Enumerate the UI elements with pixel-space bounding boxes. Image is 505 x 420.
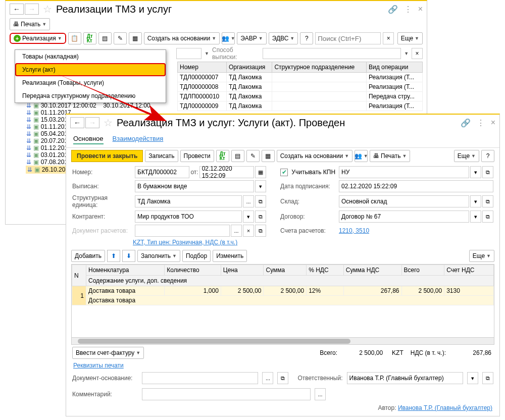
items-table-wrap: N Номенклатура Количество Цена Сумма % Н… <box>71 264 494 345</box>
move-down-button[interactable]: ⬇ <box>122 250 135 262</box>
filter-method-input[interactable] <box>263 48 401 59</box>
nav-back-button[interactable]: ← <box>70 117 84 128</box>
move-up-button[interactable]: ⬆ <box>107 250 120 262</box>
doc-toolbar: Провести и закрыть Записать Провести ДтК… <box>66 148 499 164</box>
help-button[interactable]: ? <box>481 150 494 162</box>
post-button[interactable]: Провести <box>180 150 214 162</box>
pricetype-link[interactable]: KZT, Тип цен: Розничная, НДС (в т.ч.) <box>133 239 237 246</box>
tab-main[interactable]: Основное <box>73 134 104 144</box>
kebab-icon[interactable]: ⋮ <box>404 5 412 14</box>
totals-row: Ввести счет-фактуру▼ Всего: 2 500,00 KZT… <box>66 345 499 361</box>
print-button[interactable]: 🖶 Печать▼ <box>370 150 410 162</box>
favorite-icon[interactable]: ☆ <box>104 117 113 129</box>
tab-interactions[interactable]: Взаимодействия <box>113 134 164 144</box>
write-button[interactable]: Записать <box>145 150 178 162</box>
highlight-button[interactable]: ✎ <box>246 150 260 162</box>
comment-field[interactable] <box>142 388 311 400</box>
dropdown-icon[interactable]: ▾ <box>470 166 481 178</box>
date-field[interactable]: 02.12.2020 15:22:09 <box>199 166 254 178</box>
kpn-checkbox[interactable]: ✔ <box>280 169 288 176</box>
change-button[interactable]: Изменить <box>213 250 247 262</box>
more-button[interactable]: Еще▼ <box>397 32 423 44</box>
nav-forward-button[interactable]: → <box>25 4 39 15</box>
realize-button[interactable]: + Реализация ▼ <box>10 33 66 44</box>
accounts-link[interactable]: 1210, 3510 <box>339 227 369 234</box>
table-row[interactable]: ТДЛ00000008ТД ЛакомкаРеализация (Т... <box>178 82 423 92</box>
struct-button[interactable]: ▦ <box>262 150 275 162</box>
main-toolbar: + Реализация ▼ 📋 ДтКт ▤ ✎ ▦ Создать на о… <box>6 31 427 45</box>
post-and-close-button[interactable]: Провести и закрыть <box>71 150 143 162</box>
fill-button[interactable]: Заполнить▼ <box>137 250 180 262</box>
close-icon[interactable]: × <box>418 5 423 14</box>
signdate-field[interactable]: 02.12.2020 15:22:09 <box>339 180 493 192</box>
link-icon[interactable]: 🔗 <box>388 5 398 14</box>
author-line: Автор: Иванова Т.Р. (Главный бухгалтер) <box>66 402 499 413</box>
print-button[interactable]: 🖶 Печать ▼ <box>10 18 50 30</box>
table-row[interactable]: 1 Доставка товара 1,000 2 500,00 2 500,0… <box>72 286 494 296</box>
calendar-icon[interactable]: ▦ <box>255 166 266 178</box>
create-invoice-button[interactable]: Ввести счет-фактуру▼ <box>72 347 144 359</box>
favorite-icon[interactable]: ☆ <box>43 3 52 15</box>
total-value: 2 500,00 <box>344 349 385 356</box>
highlight-button[interactable]: ✎ <box>114 32 127 44</box>
nav-forward-button[interactable]: → <box>85 117 99 128</box>
report-button[interactable]: ▤ <box>98 32 112 44</box>
vat-value: 267,86 <box>453 349 493 356</box>
link-icon[interactable]: 🔗 <box>461 118 471 128</box>
create-based-button[interactable]: Создать на основании▼ <box>144 32 220 44</box>
sub-more-button[interactable]: Еще▼ <box>469 250 494 262</box>
table-row[interactable]: ТДЛП0000010ТД ЛакомкаПередача стру... <box>178 92 423 101</box>
open-icon[interactable]: ⧉ <box>482 166 493 178</box>
struct-button[interactable]: ▦ <box>129 32 142 44</box>
dtk-button[interactable]: ДтКт <box>216 150 229 162</box>
list-item[interactable]: ⇊ ▣ 30.10.2017 12:00:02 30.10.2017 12:00 <box>26 102 150 109</box>
users-button[interactable]: 👥▼ <box>355 150 368 162</box>
col-number[interactable]: Номер <box>178 62 227 73</box>
issued-field[interactable]: В бумажном виде <box>135 180 254 192</box>
close-icon[interactable]: × <box>491 118 495 128</box>
menu-item-transfer[interactable]: Передача структурному подразделению <box>15 89 166 102</box>
kpn-field[interactable]: НУ <box>339 166 469 178</box>
eavr-button[interactable]: ЭАВР▼ <box>237 32 267 44</box>
doc-tabs: Основное Взаимодействия <box>66 131 499 148</box>
table-row[interactable]: ТДЛ00000009ТД ЛакомкаРеализация (Т... <box>178 101 423 111</box>
edvs-button[interactable]: ЭДВС▼ <box>269 32 298 44</box>
help-button[interactable]: ? <box>300 32 313 44</box>
clear-search-button[interactable]: × <box>383 32 394 44</box>
print-requisites-link[interactable]: Реквизиты печати <box>73 362 124 369</box>
col-op[interactable]: Вид операции <box>366 62 422 73</box>
col-org[interactable]: Организация <box>226 62 272 73</box>
horizontal-scrollbar[interactable] <box>72 337 494 344</box>
docbase-field[interactable] <box>142 372 258 384</box>
number-field[interactable]: БКТДЛ000002 <box>135 166 189 178</box>
window-title: Реализации ТМЗ и услуг <box>56 4 384 15</box>
add-button[interactable]: Добавить <box>71 250 105 262</box>
users-button[interactable]: 👥▼ <box>222 32 235 44</box>
menu-item-goods[interactable]: Товары (накладная) <box>15 50 166 63</box>
dtk-button[interactable]: ДтКт <box>83 32 96 44</box>
doc-form: Номер: БКТДЛ000002 от: 02.12.2020 15:22:… <box>66 164 499 248</box>
author-link[interactable]: Иванова Т.Р. (Главный бухгалтер) <box>398 404 492 411</box>
menu-item-services[interactable]: Услуги (акт) <box>15 63 166 76</box>
struct-field[interactable]: ТД Лакомка <box>135 195 242 207</box>
warehouse-field[interactable]: Основной склад <box>339 195 469 207</box>
contractor-field[interactable]: Мир продуктов ТОО <box>135 211 242 223</box>
nav-back-button[interactable]: ← <box>10 4 24 15</box>
responsible-field[interactable]: Иванова Т.Р. (Главный бухгалтер) <box>347 372 463 384</box>
create-based-button[interactable]: Создать на основании▼ <box>277 150 352 162</box>
table-row[interactable]: ТДЛ00000007ТД ЛакомкаРеализация (Т... <box>178 73 423 82</box>
col-struct[interactable]: Структурное подразделение <box>272 62 367 73</box>
filter-clear-button[interactable]: × <box>412 48 423 59</box>
table-row[interactable]: Доставка товара <box>72 296 494 305</box>
menu-item-realization[interactable]: Реализация (Товары, услуги) <box>15 76 166 89</box>
report-button[interactable]: ▤ <box>231 150 244 162</box>
kebab-icon[interactable]: ⋮ <box>477 118 485 128</box>
more-button[interactable]: Еще▼ <box>454 150 479 162</box>
pick-button[interactable]: Подбор <box>182 250 211 262</box>
contract-field[interactable]: Договор № 67 <box>339 211 469 223</box>
search-input[interactable] <box>315 32 381 44</box>
filter-input-1[interactable] <box>176 48 201 59</box>
items-toolbar: Добавить ⬆ ⬇ Заполнить▼ Подбор Изменить … <box>66 248 499 264</box>
settlement-doc-field[interactable] <box>135 225 230 237</box>
copy-button[interactable]: 📋 <box>68 32 81 44</box>
